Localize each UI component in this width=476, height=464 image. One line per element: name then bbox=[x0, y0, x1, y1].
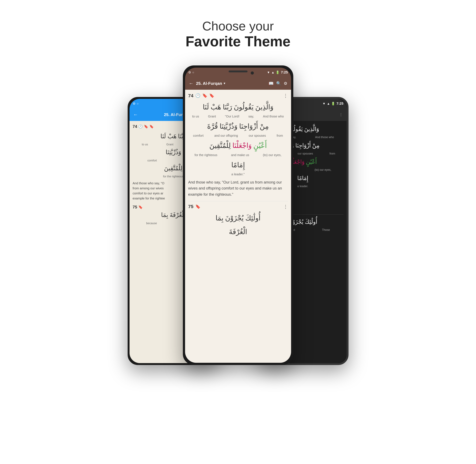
center-arabic-74-2: مِنْ أَزْوَاجِنَا وَذُرِّيَّتِنَا قُرَّة… bbox=[188, 120, 288, 133]
center-back-icon[interactable]: ← bbox=[189, 81, 194, 86]
center-content: 74 🕐 🔖 🔖 ⋮ وَالَّذِينَ يَقُولُونَ رَبَّن… bbox=[185, 90, 291, 363]
center-settings-icon: ⚙ bbox=[188, 70, 191, 74]
phones-container: ⚙ ○ ▼ ▲ 🔋 ← 25. Al-Furqan bbox=[0, 65, 476, 412]
right-signal-icon: ▲ bbox=[327, 102, 330, 106]
header-title: Favorite Theme bbox=[186, 33, 290, 50]
center-translation-74-2: comfortand our offspringour spousesfrom bbox=[188, 134, 288, 137]
center-toolbar-title: 25. Al-Furqan ▼ bbox=[196, 81, 266, 86]
center-dots-icon[interactable]: ⋮ bbox=[283, 93, 288, 98]
center-75-dots[interactable]: ⋮ bbox=[283, 204, 288, 209]
center-75-bookmark: 🔖 bbox=[195, 204, 200, 209]
center-book-icon[interactable]: 📖 bbox=[268, 81, 274, 86]
right-time: 7:25 bbox=[336, 102, 343, 106]
left-75-bookmark: 🔖 bbox=[138, 205, 143, 209]
center-arabic-74-3: أَعْيُنٍ وَاجْعَلْنَا لِلْمُتَّقِينَ bbox=[188, 139, 288, 152]
left-bookmark-red: 🔖 bbox=[144, 125, 148, 129]
center-verse74-number: 74 bbox=[188, 93, 193, 98]
settings-icon: ⚙ bbox=[133, 102, 136, 106]
header-section: Choose your Favorite Theme bbox=[186, 19, 290, 50]
phone-camera bbox=[251, 71, 254, 75]
phone-center-screen: ⚙ ○ ▼ ▲ 🔋 7:25 ← 25. Al-Furqan ▼ bbox=[185, 68, 291, 363]
header-subtitle: Choose your bbox=[186, 19, 290, 33]
phone-center: ⚙ ○ ▼ ▲ 🔋 7:25 ← 25. Al-Furqan ▼ bbox=[183, 65, 293, 365]
phone-speaker bbox=[229, 70, 248, 72]
center-settings-toolbar-icon[interactable]: ⚙ bbox=[284, 81, 287, 86]
right-dots-toolbar[interactable]: ⋮ bbox=[339, 112, 343, 117]
center-bookmark-red: 🔖 bbox=[202, 93, 207, 98]
right-wifi-icon: ▼ bbox=[322, 102, 326, 106]
center-arabic-74-1: وَالَّذِينَ يَقُولُونَ رَبَّنَا هَبْ لَن… bbox=[188, 101, 288, 113]
center-status-right-icons: ▼ ▲ 🔋 7:25 bbox=[267, 70, 288, 74]
center-title-text: 25. Al-Furqan bbox=[196, 81, 222, 86]
right-battery-icon: 🔋 bbox=[331, 102, 335, 106]
center-arabic-74-4: إِمَامًا bbox=[188, 159, 288, 171]
center-toolbar: ← 25. Al-Furqan ▼ 📖 🔍 ⚙ bbox=[185, 77, 291, 90]
center-notification-icon: ○ bbox=[192, 71, 194, 74]
center-translation-74-3: for the righteousand make us(to) our eye… bbox=[188, 153, 288, 157]
center-search-icon[interactable]: 🔍 bbox=[276, 81, 281, 86]
center-status-bar: ⚙ ○ ▼ ▲ 🔋 7:25 bbox=[185, 68, 291, 77]
center-bookmark-green: 🔖 bbox=[209, 93, 214, 98]
center-translation-74-1: to usGrant"Our Lord!say,And those who bbox=[188, 115, 288, 118]
center-arabic-75-1: أُولَٰئِكَ يُجْزَوْنَ بِمَا bbox=[188, 212, 288, 224]
right-status-right-icons: ▼ ▲ 🔋 7:25 bbox=[322, 102, 344, 106]
left-verse75-number: 75 bbox=[133, 205, 137, 210]
center-status-left-icons: ⚙ ○ bbox=[188, 70, 194, 74]
left-back-icon[interactable]: ← bbox=[133, 112, 138, 117]
center-dropdown-icon[interactable]: ▼ bbox=[223, 82, 226, 85]
center-time: 7:25 bbox=[281, 70, 288, 74]
center-clock-icon: 🕐 bbox=[195, 93, 200, 98]
left-bookmark-green: 🔖 bbox=[149, 125, 154, 129]
center-arabic-75-2: الْغُرْفَةَ bbox=[188, 226, 288, 238]
center-english-74: And those who say, "Our Lord, grant us f… bbox=[188, 179, 288, 197]
center-verse75-number: 75 bbox=[188, 204, 193, 209]
left-verse74-number: 74 bbox=[133, 124, 137, 129]
left-status-left-icons: ⚙ ○ bbox=[133, 102, 139, 106]
center-translation-74-4: a leader." bbox=[188, 173, 288, 176]
left-clock-icon: 🕐 bbox=[138, 125, 143, 129]
notification-icon: ○ bbox=[137, 102, 139, 106]
center-battery-icon: 🔋 bbox=[276, 70, 279, 74]
center-signal-icon: ▲ bbox=[271, 71, 275, 74]
center-wifi-icon: ▼ bbox=[267, 71, 270, 74]
